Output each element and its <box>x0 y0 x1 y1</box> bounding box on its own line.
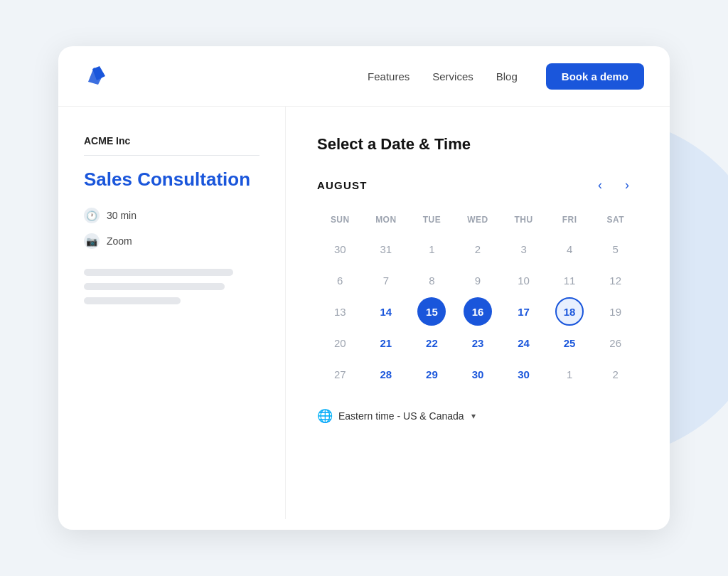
day-9: 9 <box>464 266 492 294</box>
day-29[interactable]: 29 <box>417 360 446 388</box>
day-16[interactable]: 16 <box>464 297 492 326</box>
right-panel: Select a Date & Time AUGUST ‹ › SUN MON … <box>286 107 670 519</box>
day-12: 12 <box>601 266 630 294</box>
day-5: 5 <box>601 235 630 263</box>
book-demo-button[interactable]: Book a demo <box>546 63 644 90</box>
nav-link-blog[interactable]: Blog <box>496 70 518 82</box>
platform-row: 📷 Zoom <box>84 233 259 249</box>
left-panel: ACME Inc Sales Consultation 🕐 30 min 📷 Z… <box>58 107 286 519</box>
day-27: 27 <box>326 360 354 388</box>
day-21[interactable]: 21 <box>372 329 400 357</box>
logo <box>84 62 109 90</box>
day-8: 8 <box>417 266 446 294</box>
day-10: 10 <box>510 266 538 294</box>
day-23[interactable]: 23 <box>464 329 492 357</box>
day-11: 11 <box>555 266 584 294</box>
globe-icon: 🌐 <box>317 408 333 424</box>
week-row-5: 27 28 29 30 30 1 2 <box>317 360 638 388</box>
prev-month-button[interactable]: ‹ <box>589 174 611 196</box>
nav-link-features[interactable]: Features <box>368 70 410 82</box>
day-header-fri: FRI <box>547 210 593 229</box>
platform-label: Zoom <box>107 235 132 247</box>
day-30[interactable]: 30 <box>464 360 492 388</box>
day-15[interactable]: 15 <box>417 297 446 326</box>
day-20: 20 <box>326 329 354 357</box>
company-name: ACME Inc <box>84 135 259 146</box>
day-13: 13 <box>326 297 354 326</box>
day-26: 26 <box>601 329 630 357</box>
day-1-next: 1 <box>555 360 584 388</box>
calendar-grid: SUN MON TUE WED THU FRI SAT 30 31 1 2 3 … <box>317 210 638 388</box>
section-title: Select a Date & Time <box>317 135 638 154</box>
day-header-sun: SUN <box>317 210 363 229</box>
day-28[interactable]: 28 <box>372 360 400 388</box>
timezone-text: Eastern time - US & Canada <box>338 410 464 422</box>
divider <box>84 155 259 156</box>
day-22[interactable]: 22 <box>417 329 446 357</box>
clock-icon: 🕐 <box>84 208 100 223</box>
day-24[interactable]: 24 <box>510 329 538 357</box>
main-content: ACME Inc Sales Consultation 🕐 30 min 📷 Z… <box>58 107 670 519</box>
day-header-tue: TUE <box>409 210 455 229</box>
day-header-sat: SAT <box>592 210 638 229</box>
zoom-icon: 📷 <box>84 233 100 249</box>
day-19: 19 <box>601 297 630 326</box>
next-month-button[interactable]: › <box>616 174 638 196</box>
week-row-1: 30 31 1 2 3 4 5 <box>317 235 638 263</box>
day-1: 1 <box>417 235 446 263</box>
day-14[interactable]: 14 <box>372 297 400 326</box>
day-4: 4 <box>555 235 584 263</box>
consultation-title: Sales Consultation <box>84 169 259 191</box>
day-7: 7 <box>372 266 400 294</box>
nav-links: Features Services Blog Book a demo <box>368 63 644 90</box>
day-2: 2 <box>464 235 492 263</box>
day-31-prev: 31 <box>372 235 400 263</box>
timezone-row[interactable]: 🌐 Eastern time - US & Canada ▾ <box>317 408 638 424</box>
day-header-wed: WED <box>455 210 501 229</box>
duration-row: 🕐 30 min <box>84 208 259 223</box>
day-30b[interactable]: 30 <box>510 360 538 388</box>
navbar: Features Services Blog Book a demo <box>58 46 670 107</box>
skeleton-line-3 <box>84 297 181 304</box>
week-row-3: 13 14 15 16 17 18 19 <box>317 297 638 326</box>
nav-link-services[interactable]: Services <box>432 70 473 82</box>
day-30-prev: 30 <box>326 235 354 263</box>
day-header-mon: MON <box>363 210 410 229</box>
day-headers: SUN MON TUE WED THU FRI SAT <box>317 210 638 229</box>
day-17[interactable]: 17 <box>510 297 538 326</box>
month-label: AUGUST <box>317 179 368 191</box>
timezone-dropdown-arrow: ▾ <box>471 411 476 421</box>
day-2-next: 2 <box>601 360 630 388</box>
day-3: 3 <box>510 235 538 263</box>
skeleton-line-2 <box>84 283 225 290</box>
skeleton-line-1 <box>84 269 233 276</box>
skeleton-lines <box>84 269 259 304</box>
day-6: 6 <box>326 266 354 294</box>
duration-label: 30 min <box>107 210 136 221</box>
week-row-2: 6 7 8 9 10 11 12 <box>317 266 638 294</box>
day-18[interactable]: 18 <box>555 297 584 326</box>
week-row-4: 20 21 22 23 24 25 26 <box>317 329 638 357</box>
day-25[interactable]: 25 <box>555 329 584 357</box>
app-card: Features Services Blog Book a demo ACME … <box>58 46 670 530</box>
calendar-header: AUGUST ‹ › <box>317 174 638 196</box>
day-header-thu: THU <box>500 210 547 229</box>
